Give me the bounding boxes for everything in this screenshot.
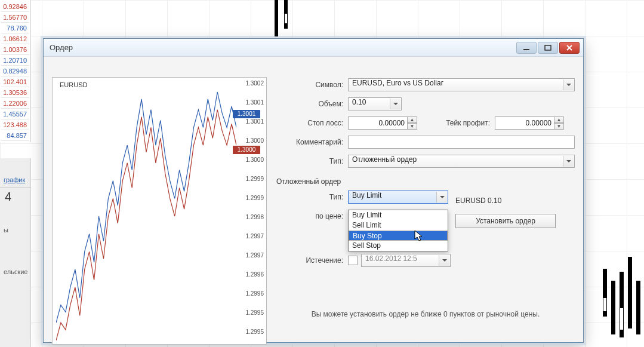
stoploss-value[interactable]: 0.00000 xyxy=(348,116,408,130)
label-takeprofit: Тейк профит: xyxy=(417,119,495,127)
order-tick-chart: EURUSD 1.30021.30011.30011.30001.30001.2… xyxy=(52,77,267,345)
expiry-value: 16.02.2012 12:5 xyxy=(365,254,417,263)
y-tick: 1.2998 xyxy=(245,214,264,220)
order-type-value: Отложенный ордер xyxy=(352,155,417,164)
market-watch-prices: 0.928461.5677078.7601.066121.003761.2071… xyxy=(0,0,31,142)
order-type-select[interactable]: Отложенный ордер xyxy=(348,155,575,168)
pending-type-dropdown[interactable]: Buy LimitSell LimitBuy StopSell Stop xyxy=(348,210,448,251)
takeprofit-spinner[interactable]: 0.00000 ▲▼ xyxy=(495,116,564,130)
price-row: 0.92846 xyxy=(1,1,29,12)
strip-big-number: 4 xyxy=(0,188,30,206)
label-pending-type: Тип: xyxy=(276,193,348,201)
chevron-down-icon xyxy=(390,99,400,109)
dropdown-option[interactable]: Sell Limit xyxy=(349,220,448,231)
symbol-select[interactable]: EURUSD, Euro vs US Dollar xyxy=(348,78,575,91)
tick-chart-svg xyxy=(56,92,236,340)
y-tick: 1.2995 xyxy=(245,328,264,335)
series-ask xyxy=(56,92,236,323)
series-bid xyxy=(56,110,236,340)
chart-symbol-label: EURUSD xyxy=(60,81,87,88)
maximize-button[interactable] xyxy=(538,42,558,54)
dropdown-option[interactable]: Sell Stop xyxy=(349,241,448,251)
strip-item-3: ельские xyxy=(0,266,30,278)
price-row: 1.00376 xyxy=(1,44,29,55)
ask-price-tag: 1.3001 xyxy=(233,110,260,118)
chart-link[interactable]: график xyxy=(0,174,30,188)
chevron-down-icon xyxy=(563,79,574,90)
y-tick: 1.2999 xyxy=(245,176,264,182)
takeprofit-value[interactable]: 0.00000 xyxy=(495,116,554,130)
chevron-down-icon xyxy=(563,156,574,167)
place-order-button[interactable]: Установить ордер xyxy=(455,214,556,228)
price-row: 1.30536 xyxy=(1,87,29,98)
price-row: 123.488 xyxy=(1,119,29,130)
y-tick: 1.2997 xyxy=(245,252,264,259)
spinner-down-icon[interactable]: ▼ xyxy=(554,123,564,130)
minimize-button[interactable] xyxy=(516,42,537,54)
volume-value: 0.10 xyxy=(352,98,366,106)
symbol-lot-display: EURUSD 0.10 xyxy=(455,196,501,205)
titlebar[interactable]: Ордер xyxy=(44,39,583,57)
price-row: 0.82948 xyxy=(1,66,29,76)
label-comment: Комментарий: xyxy=(276,138,348,146)
svg-rect-0 xyxy=(523,49,529,50)
price-row: 1.22006 xyxy=(1,98,29,109)
comment-input[interactable] xyxy=(348,136,575,149)
bid-price-tag: 1.3000 xyxy=(233,146,260,154)
y-tick: 1.2995 xyxy=(245,309,264,316)
label-volume: Объем: xyxy=(276,100,348,108)
price-row: 84.857 xyxy=(1,130,29,141)
label-at-price: по цене: xyxy=(276,212,348,220)
strip-item-2: ы xyxy=(0,224,30,236)
footer-note: Вы можете установить ордер не ближе 0 пу… xyxy=(276,310,575,318)
left-strip: график 4 ы ельские xyxy=(0,158,31,347)
y-tick: 1.2996 xyxy=(245,290,264,297)
spinner-down-icon[interactable]: ▼ xyxy=(408,123,417,130)
y-tick: 1.2999 xyxy=(245,195,264,201)
y-tick: 1.3000 xyxy=(245,137,264,144)
y-tick: 1.2997 xyxy=(245,233,264,239)
volume-select[interactable]: 0.10 xyxy=(348,97,402,110)
order-dialog: Ордер EURUSD 1.30021.30011.30011.30001.3… xyxy=(43,38,584,343)
cursor-icon xyxy=(414,230,424,242)
price-row: 1.56770 xyxy=(1,12,29,23)
dropdown-option[interactable]: Buy Limit xyxy=(349,210,448,220)
y-tick: 1.2996 xyxy=(245,271,264,278)
label-symbol: Символ: xyxy=(276,81,348,89)
pending-section-label: Отложенный ордер xyxy=(276,177,575,186)
y-tick: 1.3002 xyxy=(245,80,264,87)
dialog-title: Ордер xyxy=(50,43,516,52)
expiry-checkbox[interactable] xyxy=(348,256,358,265)
expiry-datetime[interactable]: 16.02.2012 12:5 xyxy=(361,254,451,267)
label-expiry: Истечение: xyxy=(276,256,348,265)
pending-type-value: Buy Limit xyxy=(352,191,381,199)
label-stoploss: Стоп лосс: xyxy=(276,119,348,127)
price-row: 1.06612 xyxy=(1,33,29,44)
price-row: 1.45557 xyxy=(1,109,29,119)
symbol-select-value: EURUSD, Euro vs US Dollar xyxy=(352,79,443,87)
y-tick: 1.3001 xyxy=(245,118,264,125)
y-tick: 1.3001 xyxy=(245,99,264,106)
y-tick: 1.3000 xyxy=(245,156,264,163)
spinner-up-icon[interactable]: ▲ xyxy=(554,116,564,123)
order-form: Символ: EURUSD, Euro vs US Dollar Объем:… xyxy=(276,77,575,334)
price-row: 102.401 xyxy=(1,76,29,87)
dropdown-option[interactable]: Buy Stop xyxy=(349,231,448,241)
pending-type-select[interactable]: Buy Limit xyxy=(348,191,448,204)
svg-rect-1 xyxy=(545,45,551,50)
close-button[interactable] xyxy=(559,42,580,54)
spinner-up-icon[interactable]: ▲ xyxy=(408,116,417,123)
price-row: 1.20710 xyxy=(1,55,29,66)
chevron-down-icon xyxy=(439,255,449,266)
price-row: 78.760 xyxy=(1,23,29,33)
chevron-down-icon xyxy=(436,192,447,202)
label-type: Тип: xyxy=(276,157,348,165)
stoploss-spinner[interactable]: 0.00000 ▲▼ xyxy=(348,116,417,130)
